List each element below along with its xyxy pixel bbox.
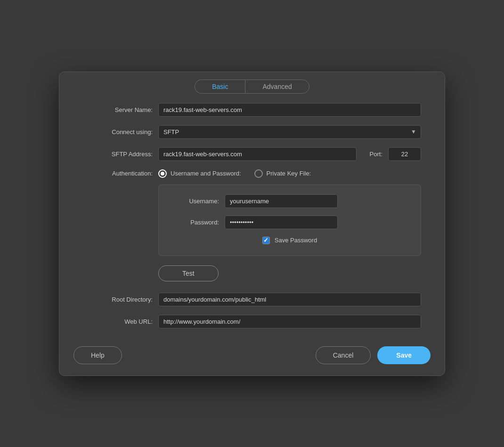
test-button[interactable]: Test [158,265,219,281]
radio-privatekey-label: Private Key File: [267,170,311,177]
web-url-input[interactable] [158,315,421,328]
username-row: Username: [173,194,406,208]
radio-option-privatekey[interactable]: Private Key File: [254,169,311,178]
cancel-button[interactable]: Cancel [316,346,371,364]
port-label: Port: [370,151,382,158]
footer-right: Cancel Save [316,346,431,364]
dialog: Basic Advanced Server Name: Connect usin… [59,72,445,376]
password-row: Password: [173,216,406,229]
username-input[interactable] [225,194,338,208]
sftp-address-input[interactable] [158,147,357,161]
server-name-input[interactable] [158,103,421,117]
web-url-label: Web URL: [83,318,158,325]
sftp-address-row: SFTP Address: Port: [83,147,421,161]
authentication-label: Authentication: [83,170,158,177]
radio-option-username[interactable]: Username and Password: [158,169,241,178]
save-password-checkbox[interactable] [262,237,270,244]
save-password-row: Save Password [173,237,406,244]
auth-credentials-box: Username: Password: Save Password [158,184,421,256]
web-url-row: Web URL: [83,315,421,328]
form-content: Server Name: Connect using: FTP SFTP FTP… [59,103,445,328]
port-input[interactable] [388,147,421,161]
radio-username-label: Username and Password: [171,170,241,177]
sftp-address-label: SFTP Address: [83,151,158,158]
root-directory-input[interactable] [158,293,421,306]
save-password-label: Save Password [275,237,317,244]
username-label: Username: [173,198,225,205]
server-name-label: Server Name: [83,106,158,113]
password-label: Password: [173,219,225,226]
connect-using-select-wrapper: FTP SFTP FTPS ▼ [158,125,421,139]
root-directory-row: Root Directory: [83,293,421,306]
authentication-row: Authentication: Username and Password: P… [83,169,421,178]
sftp-address-group: Port: [158,147,421,161]
radio-private-key[interactable] [254,169,263,178]
connect-using-select[interactable]: FTP SFTP FTPS [158,125,421,139]
password-input[interactable] [225,216,338,229]
connect-using-label: Connect using: [83,128,158,136]
radio-group: Username and Password: Private Key File: [158,169,311,178]
radio-username-password[interactable] [158,169,167,178]
footer: Help Cancel Save [59,337,445,364]
help-button[interactable]: Help [73,346,122,364]
server-name-row: Server Name: [83,103,421,117]
root-directory-label: Root Directory: [83,296,158,303]
save-button[interactable]: Save [377,346,431,364]
tab-basic[interactable]: Basic [195,80,245,94]
tab-bar: Basic Advanced [59,72,445,103]
test-row: Test [83,265,421,281]
tab-advanced[interactable]: Advanced [245,80,309,94]
connect-using-row: Connect using: FTP SFTP FTPS ▼ [83,125,421,139]
footer-left: Help [73,346,122,364]
